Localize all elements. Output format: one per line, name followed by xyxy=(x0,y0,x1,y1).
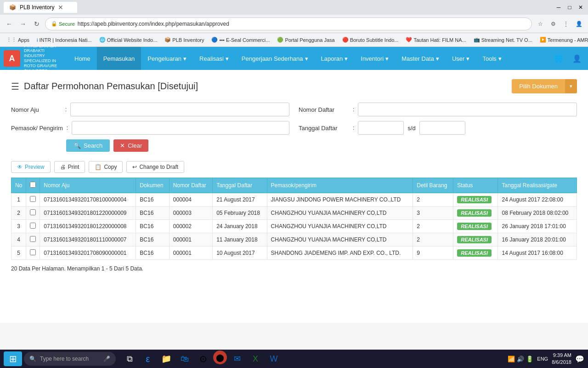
menu-icon[interactable]: ⋮ xyxy=(560,18,571,29)
tanggal-to-input[interactable] xyxy=(419,121,465,135)
select-all-checkbox[interactable] xyxy=(30,182,36,188)
nav-home[interactable]: Home xyxy=(68,47,97,70)
cell-pemasok: CHANGZHOU YUANJIA MACHINERY CO,LTD xyxy=(267,233,413,247)
bookmark-streaming[interactable]: 📺 Streaming Net. TV O... xyxy=(471,36,535,44)
close-button[interactable]: ✕ xyxy=(577,4,584,11)
status-badge: REALISASI xyxy=(457,223,492,230)
bookmark-boruto[interactable]: 🔴 Boruto Subtitle Indo... xyxy=(339,36,401,44)
tools-dropdown-icon: ▾ xyxy=(498,55,502,62)
col-nomor-aju: Nomor Aju xyxy=(40,178,136,193)
forward-button[interactable]: → xyxy=(17,18,28,29)
pilih-dokumen-caret-button[interactable]: ▾ xyxy=(565,79,577,93)
cell-dokumen: BC16 xyxy=(136,233,169,247)
minimize-button[interactable]: ─ xyxy=(555,4,562,11)
pemasok-input[interactable] xyxy=(72,121,289,135)
star-icon[interactable]: ☆ xyxy=(535,18,546,29)
tanggal-from-input[interactable] xyxy=(358,121,404,135)
tab-title: PLB Inventory xyxy=(20,4,54,11)
cell-detil-barang: 2 xyxy=(413,233,453,247)
col-pemasok: Pemasok/pengirim xyxy=(267,178,413,193)
maximize-button[interactable]: □ xyxy=(566,4,573,11)
browser-tab[interactable]: 📦 PLB Inventory ✕ xyxy=(4,2,77,13)
cell-tanggal-daftar: 11 January 2018 xyxy=(213,233,267,247)
bookmark-portal[interactable]: 🟢 Portal Pengguna Jasa xyxy=(274,36,337,44)
nomor-daftar-input[interactable] xyxy=(358,103,577,116)
url-text: https://apeb.plbinventory.com/index.php/… xyxy=(78,21,229,27)
bookmark-intr[interactable]: i INTR | Indonesia Nati... xyxy=(34,36,95,44)
nav-inventori[interactable]: Inventori ▾ xyxy=(354,47,395,70)
search-button[interactable]: 🔍 Search xyxy=(66,139,110,152)
cell-tanggal-realisasi: 24 August 2017 22:08:00 xyxy=(498,193,577,207)
cell-pemasok: JIANGSU JINDONG POWER MACHINERY CO.,LTD xyxy=(267,193,413,207)
col-detil-barang: Detil Barang xyxy=(413,178,453,193)
row-checkbox[interactable] xyxy=(30,223,36,229)
cell-status: REALISASI xyxy=(453,220,498,233)
address-bar-input[interactable]: 🔒 Secure https://apeb.plbinventory.com/i… xyxy=(45,17,532,30)
search-icon: 🔍 xyxy=(74,142,81,149)
back-button[interactable]: ← xyxy=(4,18,15,29)
nav-laporan[interactable]: Laporan ▾ xyxy=(315,47,355,70)
cell-pemasok: SHANDONG JIADEMENG IMP. AND EXP. CO., LT… xyxy=(267,247,413,260)
cell-checkbox[interactable] xyxy=(26,233,40,247)
cell-nomor-aju: 071316013493201801220000008 xyxy=(40,220,136,233)
nav-pengeluaran[interactable]: Pengeluaran ▾ xyxy=(141,47,193,70)
cell-checkbox[interactable] xyxy=(26,220,40,233)
table-row: 4 071316013493201801110000007 BC16 00000… xyxy=(11,233,577,247)
pemasok-separator: : xyxy=(67,125,68,131)
bookmark-tautan[interactable]: ❤️ Tautan Hati: FILM NA... xyxy=(403,36,469,44)
streaming-icon: 📺 xyxy=(474,37,480,43)
tab-favicon: 📦 xyxy=(9,4,16,11)
nomor-aju-separator: : xyxy=(65,106,67,113)
globe-icon[interactable]: 🌐 xyxy=(551,51,566,66)
row-checkbox[interactable] xyxy=(30,249,36,255)
nav-master-data[interactable]: Master Data ▾ xyxy=(395,47,446,70)
cell-tanggal-realisasi: 16 January 2018 20:01:00 xyxy=(498,233,577,247)
print-button[interactable]: 🖨 Print xyxy=(54,161,85,173)
cell-checkbox[interactable] xyxy=(26,207,40,220)
nav-realisasi[interactable]: Realisasi ▾ xyxy=(193,47,235,70)
masterdata-dropdown-icon: ▾ xyxy=(436,55,439,62)
user-icon[interactable]: 👤 xyxy=(573,18,584,29)
cell-checkbox[interactable] xyxy=(26,247,40,260)
nav-user[interactable]: User ▾ xyxy=(446,47,476,70)
bookmark-apps[interactable]: ⋮⋮ Apps xyxy=(4,36,32,44)
tanggal-daftar-separator: : xyxy=(353,125,354,131)
cell-status: REALISASI xyxy=(453,193,498,207)
logo-icon: A xyxy=(4,50,20,67)
cell-nomor-daftar: 000002 xyxy=(169,220,212,233)
pilih-dokumen-button[interactable]: Pilih Dokumen xyxy=(512,79,565,93)
preview-button[interactable]: 👁 Preview xyxy=(11,161,51,173)
cell-tanggal-realisasi: 08 February 2018 08:02:00 xyxy=(498,207,577,220)
cell-dokumen: BC16 xyxy=(136,207,169,220)
bookmark-eseal[interactable]: 🔵 ••• E-Seal Commerci... xyxy=(209,36,272,44)
copy-button[interactable]: 📋 Copy xyxy=(89,161,123,173)
col-checkbox xyxy=(26,178,40,193)
col-status: Status xyxy=(453,178,498,193)
cell-nomor-aju: 071316013493201708090000001 xyxy=(40,247,136,260)
bookmark-plb[interactable]: 📦 PLB Inventory xyxy=(162,36,207,44)
nomor-aju-input[interactable] xyxy=(70,103,289,116)
change-to-draft-button[interactable]: ↩ Change to Draft xyxy=(126,161,184,173)
nav-pemasukan[interactable]: Pemasukan xyxy=(97,47,141,70)
tab-close-button[interactable]: ✕ xyxy=(58,4,63,11)
plb-icon: 📦 xyxy=(164,37,171,43)
bookmark-official[interactable]: 🌐 Official Website Indo... xyxy=(96,36,160,44)
clear-button[interactable]: ✕ Clear xyxy=(113,139,148,152)
pengerjaan-dropdown-icon: ▾ xyxy=(305,55,308,62)
cell-pemasok: CHANGZHOU YUANJIA MACHINERY CO,LTD xyxy=(267,220,413,233)
row-checkbox[interactable] xyxy=(30,236,36,242)
data-table: No Nomor Aju Dokumen Nomor Daftar Tangga… xyxy=(11,178,577,260)
nav-pengerjaan[interactable]: Pengerjaan Sederhana ▾ xyxy=(235,47,315,70)
row-checkbox[interactable] xyxy=(30,209,36,215)
nav-tools[interactable]: Tools ▾ xyxy=(476,47,508,70)
extensions-icon[interactable]: ⚙ xyxy=(548,18,559,29)
cell-checkbox[interactable] xyxy=(26,193,40,207)
bookmark-termenung[interactable]: ▶️ Termenung - AMRIZ xyxy=(537,36,588,44)
user-profile-icon[interactable]: 👤 xyxy=(570,51,584,66)
refresh-button[interactable]: ↻ xyxy=(31,18,42,29)
cell-nomor-daftar: 000001 xyxy=(169,247,212,260)
row-checkbox[interactable] xyxy=(30,196,36,202)
logo-text: PT. ASPERKASA DRABAKTI INDUSTRY SPECIALI… xyxy=(24,44,61,74)
laporan-dropdown-icon: ▾ xyxy=(345,55,348,62)
nomor-daftar-separator: : xyxy=(353,106,354,113)
